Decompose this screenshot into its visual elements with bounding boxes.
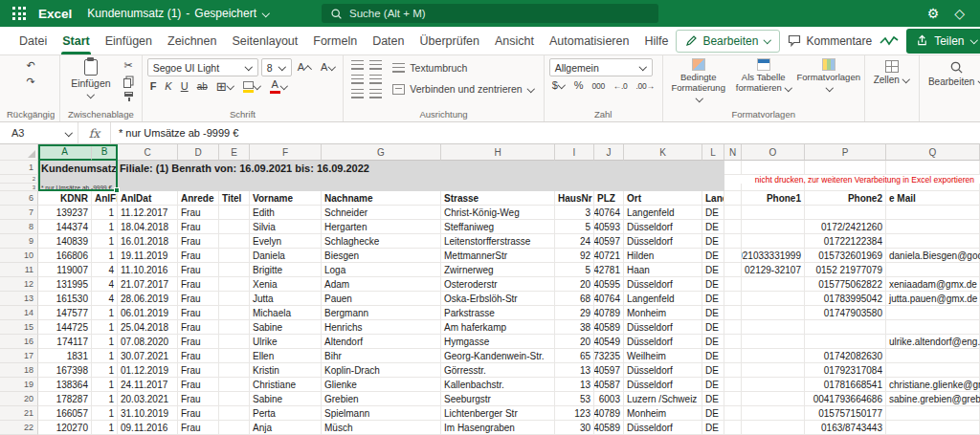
number-format-select[interactable]: Allgemein [549, 58, 653, 76]
cell[interactable] [724, 184, 742, 191]
cell[interactable] [724, 277, 742, 292]
cell[interactable]: 92 [555, 249, 594, 263]
cell[interactable]: Düsseldorf [624, 363, 702, 378]
cell[interactable] [886, 206, 980, 220]
cell[interactable]: ulrike.altendorf@eng.sem.u [886, 335, 980, 349]
column-header-P[interactable]: P [805, 144, 886, 161]
cell[interactable]: 1 [92, 220, 118, 234]
cell[interactable]: 1 [92, 320, 118, 335]
tab-datei[interactable]: Datei [11, 27, 55, 54]
cell[interactable]: 166806 [38, 249, 92, 263]
row-header-2[interactable]: 2 [0, 175, 38, 184]
premium-diamond-icon[interactable]: ◇ [954, 7, 965, 20]
tab-zeichnen[interactable]: Zeichnen [160, 27, 224, 54]
column-header-B[interactable]: B [92, 144, 118, 161]
cell[interactable] [38, 175, 724, 184]
cell[interactable]: 123 [555, 406, 594, 421]
settings-gear-icon[interactable]: ⚙ [927, 7, 940, 20]
field-header-e Mail[interactable]: e Mail [886, 191, 980, 206]
formula-input[interactable]: * nur Umsätze ab -9999 € [111, 127, 238, 139]
field-header-Phone1[interactable]: Phone1 [742, 191, 805, 206]
cell[interactable] [742, 378, 805, 392]
cell[interactable] [724, 349, 742, 363]
font-size-select[interactable]: 8 [261, 58, 292, 76]
cell[interactable]: 11.10.2016 [118, 263, 178, 277]
field-header-Titel[interactable]: Titel [219, 191, 250, 206]
column-header-E[interactable]: E [219, 144, 250, 161]
row-header-12[interactable]: 12 [0, 277, 38, 292]
merge-center-button[interactable]: Verbinden und zentrieren [389, 79, 538, 98]
cell[interactable]: 20.03.2021 [118, 392, 178, 406]
cell[interactable]: DE [702, 234, 724, 249]
cell[interactable] [219, 306, 250, 320]
align-bottom-button[interactable] [348, 88, 367, 100]
editing-mode-button[interactable]: Bearbeiten [676, 30, 780, 53]
cell[interactable]: 4 [92, 263, 118, 277]
cell[interactable] [724, 392, 742, 406]
cell[interactable]: 021033331999 [742, 249, 805, 263]
cell[interactable]: 40593 [594, 220, 624, 234]
cell[interactable]: 1 [92, 363, 118, 378]
cell[interactable] [742, 406, 805, 421]
column-header-L[interactable]: L [702, 144, 724, 161]
cell[interactable]: 4 [92, 292, 118, 306]
cell[interactable]: Frau [178, 306, 219, 320]
column-header-F[interactable]: F [250, 144, 322, 161]
cell[interactable]: Hymgasse [441, 335, 555, 349]
cell[interactable]: Weilheim [624, 349, 702, 363]
cell[interactable]: Spielmann [322, 406, 441, 421]
cell[interactable]: Edith [250, 206, 322, 220]
tab-hilfe[interactable]: Hilfe [636, 27, 676, 54]
column-header-Q[interactable]: Q [886, 144, 980, 161]
cell[interactable]: 38 [555, 320, 594, 335]
cell[interactable]: Frau [178, 349, 219, 363]
cell[interactable]: Glienke [322, 378, 441, 392]
cell[interactable]: DE [702, 306, 724, 320]
cell[interactable]: DE [702, 349, 724, 363]
row-header-16[interactable]: 16 [0, 335, 38, 349]
cell[interactable] [742, 292, 805, 306]
wrap-text-button[interactable]: Textumbruch [389, 58, 538, 77]
cell[interactable] [742, 161, 805, 175]
tab-ueberpruefen[interactable]: Überprüfen [412, 27, 487, 54]
strikethrough-button[interactable]: ab [194, 80, 211, 94]
cell[interactable]: 1 [92, 392, 118, 406]
cell[interactable]: Loga [322, 263, 441, 277]
tab-ansicht[interactable]: Ansicht [487, 27, 542, 54]
cell[interactable]: Grebien [322, 392, 441, 406]
cell[interactable]: 16.01.2018 [118, 234, 178, 249]
cell[interactable]: 161530 [38, 292, 92, 306]
cell[interactable]: 40587 [594, 378, 624, 392]
cell[interactable]: Perta [250, 406, 322, 421]
tab-automatisieren[interactable]: Automatisieren [542, 27, 636, 54]
cell[interactable]: Frau [178, 320, 219, 335]
field-header-HausNr[interactable]: HausNr [555, 191, 594, 206]
row-header-20[interactable]: 20 [0, 392, 38, 406]
cell[interactable] [742, 234, 805, 249]
cell[interactable]: 1 [92, 234, 118, 249]
align-center-button[interactable] [367, 74, 385, 86]
cell[interactable] [886, 161, 980, 175]
cell[interactable]: Düsseldorf [624, 335, 702, 349]
cell[interactable]: DE [702, 263, 724, 277]
cell[interactable]: 015757150177 [805, 406, 886, 421]
cell[interactable] [886, 234, 980, 249]
cell[interactable]: Düsseldorf [624, 421, 702, 435]
cell[interactable]: 06.01.2019 [118, 306, 178, 320]
cell[interactable]: 0041793664686 [805, 392, 886, 406]
cell[interactable]: 144374 [38, 220, 92, 234]
cell[interactable]: 01742082630 [805, 349, 886, 363]
cell[interactable]: 40589 [594, 320, 624, 335]
cell[interactable]: Sabine [250, 320, 322, 335]
cell[interactable] [886, 306, 980, 320]
cell[interactable]: 140839 [38, 234, 92, 249]
cell[interactable]: 131995 [38, 277, 92, 292]
cell[interactable]: 0172/2421260 [805, 220, 886, 234]
cell[interactable] [724, 306, 742, 320]
cell[interactable]: 0152 21977079 [805, 263, 886, 277]
cell[interactable]: Brigitte [250, 263, 322, 277]
comments-button[interactable]: Kommentare [788, 34, 872, 48]
row-header-21[interactable]: 21 [0, 406, 38, 421]
cell[interactable]: Sabine [250, 392, 322, 406]
field-header-empty[interactable] [724, 191, 742, 206]
